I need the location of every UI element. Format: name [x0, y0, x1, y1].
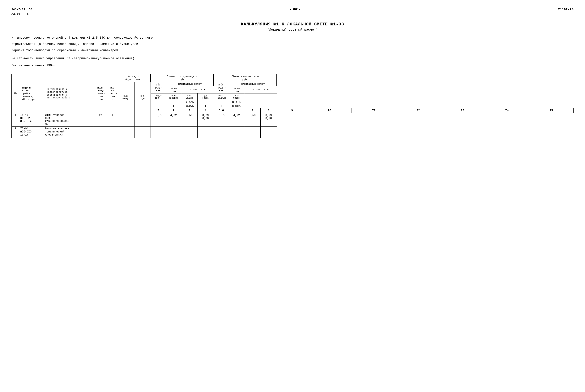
row1-expl: 0,790,28 [197, 113, 214, 126]
row1-obo2: I6,3 [214, 113, 229, 126]
col-brutto: :еди-:ницы: [118, 82, 134, 113]
col-n4: 4 [197, 108, 214, 113]
col-osn-total: :осн.:зарпл: [214, 93, 229, 100]
col-num-header: №№ [12, 74, 19, 113]
col-obo-rudo-total: :обо-:рудо-:ван. [214, 82, 229, 94]
row1-vse2: 4,72 [229, 113, 244, 126]
col-rudo-unit: :рудо-:ван. [150, 93, 166, 100]
col-v-tom-chisle-total: :в том числе [244, 86, 277, 94]
page-header: 903-I-221.86 Ад.16 кн.5 - 861- 21192-24 [11, 8, 574, 16]
row2-vse2 [229, 126, 244, 138]
desc-line5: Составлена в ценах 1984г. [11, 63, 574, 68]
row2-netto [134, 126, 150, 138]
col-o2u [166, 100, 181, 104]
row2-osn2 [244, 126, 260, 138]
row1-ko: I [107, 113, 118, 126]
doc-number: 903-I-221.86 [11, 8, 32, 12]
table-row: 2 I5-04пOI-OIOI5-17 Выключатель ав-томат… [12, 126, 574, 138]
doc-id: 21192-24 [558, 8, 574, 11]
row2-ed [94, 126, 107, 138]
col-n7: 7 [244, 108, 260, 113]
row2-expl [197, 126, 214, 138]
row1-vse: 4,72 [166, 113, 181, 126]
row2-shifr: I5-04пOI-OIOI5-17 [19, 126, 44, 138]
col-v-tom-chisle-unit: :в том числе [181, 86, 214, 94]
col-ed-header: :Еди-:ница:изме-:ре-:ния [94, 74, 107, 113]
row1-shifr: I5-17пI-I028-572-4 [19, 113, 44, 126]
col-e2t: :в т.ч. [229, 100, 244, 104]
desc-line2: строительства (в блочном исполнении). То… [11, 42, 574, 47]
col-n8: 8 [260, 108, 277, 113]
desc-line4: На стоимость ящика управления S2 (аварий… [11, 56, 574, 61]
col-n13: I3 [440, 108, 485, 113]
col-r2t [197, 100, 214, 104]
col-rudo-total: :рудо-:ван. [197, 93, 214, 100]
col-n6 [229, 108, 244, 113]
col-montaj-unit-header: :монтажных работ [166, 82, 214, 86]
row2-osn [181, 126, 197, 138]
stoimost-unit-header: Стоимость единицы вруб. [150, 74, 214, 82]
doc-sub: Ад.16 кн.5 [11, 12, 32, 16]
col-netto: :оо-:щая [134, 82, 150, 113]
col-shifr-header: :Шифр и:№ поз.:прейск.:ценника,:УСН и др… [19, 74, 44, 113]
col-r2u [150, 100, 166, 104]
col-n9: 9 [277, 108, 307, 113]
row1-ed: шт [94, 113, 107, 126]
table-row: 1 I5-17пI-I028-572-4 Ящик управле-ниягаб… [12, 113, 574, 126]
col-n3: 3 [181, 108, 197, 113]
row2-ko [107, 126, 118, 138]
row1-netto [134, 113, 150, 126]
col-vse-total: :все-:го [229, 86, 244, 94]
col-n14: I4 [485, 108, 529, 113]
col-o2t [214, 100, 229, 104]
title-section: КАЛЬКУЛЯЦИЯ №1 К ЛОКАЛЬНОЙ СМЕТЕ №1-33 (… [11, 22, 574, 32]
col-vse-unit: :все-:го [166, 86, 181, 94]
page-number: - 861- [32, 8, 558, 11]
row2-name: Выключатель ав-томатическийАП5ОБ-2МТУЗ [44, 126, 94, 138]
col-montaj-total-header: :монтажных работ [229, 82, 277, 86]
row1-osn: I,58 [181, 113, 197, 126]
col-n2: 2 [166, 108, 181, 113]
col-n5: 5 6 [214, 108, 229, 113]
description-section: К типовому проекту котельной с 4 котлами… [11, 35, 574, 68]
col-expl-unit: :эксп.машин [181, 93, 197, 100]
desc-line1: К типовому проекту котельной с 4 котлами… [11, 35, 574, 40]
col-o3t: : [214, 104, 229, 108]
col-osn-unit: :осн.:зарпл: [166, 93, 181, 100]
col-n11: II [352, 108, 396, 113]
row1-num: 1 [12, 113, 19, 126]
row2-expl2 [260, 126, 277, 138]
col-r3t: : [197, 104, 214, 108]
header-left: 903-I-221.86 Ад.16 кн.5 [11, 8, 32, 16]
row1-obo: I6,3 [150, 113, 166, 126]
row2-brutto [118, 126, 134, 138]
row2-num: 2 [12, 126, 19, 138]
col-n1: I [150, 108, 166, 113]
col-e3t: :зарпл. [229, 104, 244, 108]
header-row-1: №№ :Шифр и:№ поз.:прейск.:ценника,:УСН и… [12, 74, 574, 82]
col-n15: I5 [529, 108, 573, 113]
col-n10: IO [307, 108, 352, 113]
stoimost-total-header: Общая стоимость вруб. [214, 74, 277, 82]
row2-vse [166, 126, 181, 138]
row1-name: Ящик управле-ниягаб.800х600х350мм [44, 113, 94, 126]
col-ko-header: :Ко-:ли-:чест-:во: [107, 74, 118, 113]
row1-osn2: I,58 [244, 113, 260, 126]
row2-obo2 [214, 126, 229, 138]
col-r3u: : [150, 104, 166, 108]
calc-table: №№ :Шифр и:№ поз.:прейск.:ценника,:УСН и… [11, 74, 574, 138]
col-e3u: :зарпл. [181, 104, 197, 108]
col-e2u: :в т.ч. [181, 100, 197, 104]
col-o3u: : [166, 104, 181, 108]
col-mass-header: :Масса, т :брутто нетто [118, 74, 150, 82]
col-obo-rudo-unit: :обо-:рудо-:ван. [150, 82, 166, 94]
col-name-header: :Наименование и:характеристика:оборудова… [44, 74, 94, 113]
row1-brutto [118, 113, 134, 126]
sub-title: (Локальный сметный расчет) [11, 28, 574, 32]
row1-expl2: 0,790,28 [260, 113, 277, 126]
desc-line3: Вариант топливоподачи со скребковым и ле… [11, 48, 574, 53]
main-table-section: №№ :Шифр и:№ поз.:прейск.:ценника,:УСН и… [11, 74, 574, 138]
col-n12: I2 [396, 108, 440, 113]
main-title: КАЛЬКУЛЯЦИЯ №1 К ЛОКАЛЬНОЙ СМЕТЕ №1-33 [11, 22, 574, 27]
row2-obo [150, 126, 166, 138]
